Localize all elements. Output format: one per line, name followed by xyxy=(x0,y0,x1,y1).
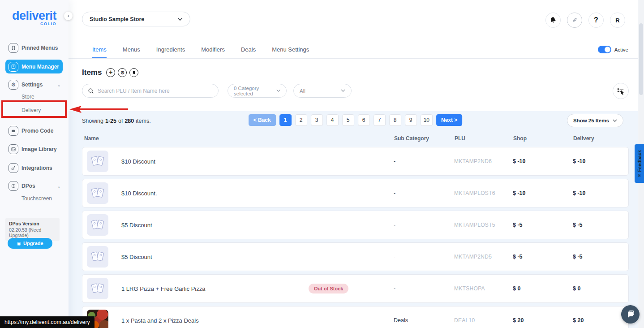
item-shop-price: $ -5 xyxy=(513,254,573,260)
store-selector-value: Studio Sample Store xyxy=(90,16,144,22)
dpos-version-box: DPos Version 02.20.53 (Need Upgrade) xyxy=(5,218,60,241)
sidebar-item-store[interactable]: Store xyxy=(21,92,34,102)
store-selector-dropdown[interactable]: Studio Sample Store xyxy=(82,12,190,26)
tab-menu-settings[interactable]: Menu Settings xyxy=(272,40,309,58)
tab-items[interactable]: Items xyxy=(92,40,107,58)
table-body: $10 Discount - MKTAMP2ND6 $ -10 $ -10 $1… xyxy=(82,147,629,328)
help-icon[interactable]: ? xyxy=(588,13,604,28)
sidebar-item-dpos[interactable]: DPos ⌄ xyxy=(9,180,65,192)
sidebar-item-menu-manager[interactable]: Menu Manager xyxy=(5,60,63,73)
table-row[interactable]: $10 Discount - MKTAMP2ND6 $ -10 $ -10 xyxy=(82,147,629,176)
item-subcategory: - xyxy=(394,254,454,260)
items-settings-icon[interactable]: ⚙ xyxy=(118,68,127,77)
table-row[interactable]: $5 Discount - MKTAMP2ND5 $ -5 $ -5 xyxy=(82,242,629,271)
item-plu: MKTAMPLOST6 xyxy=(454,190,513,196)
page-button-2[interactable]: 2 xyxy=(295,114,307,126)
tabs-bar: Items Menus Ingredients Modifiers Deals … xyxy=(69,40,638,59)
item-subcategory: - xyxy=(394,190,454,196)
sidebar-item-image-library[interactable]: Image Library xyxy=(9,143,65,155)
item-plu: MKTAMP2ND6 xyxy=(454,158,513,164)
sidebar-collapse-button[interactable]: ‹ xyxy=(64,12,73,20)
item-subcategory: - xyxy=(394,222,454,228)
tab-menus[interactable]: Menus xyxy=(123,40,140,58)
sidebar-item-delivery[interactable]: Delivery xyxy=(21,105,41,115)
item-delivery-price: $ 20 xyxy=(573,317,628,324)
pagination-back-button[interactable]: < Back xyxy=(249,114,276,126)
sidebar-item-integrations[interactable]: Integrations xyxy=(9,162,65,174)
page-button-10[interactable]: 10 xyxy=(421,114,433,126)
active-toggle[interactable] xyxy=(598,46,611,53)
bulk-select-icon[interactable] xyxy=(613,83,629,99)
add-item-icon[interactable]: + xyxy=(106,68,115,77)
bookmark-icon xyxy=(9,43,18,53)
upgrade-button[interactable]: ◉ Upgrade xyxy=(8,238,52,249)
item-shop-price: $ 20 xyxy=(513,317,573,324)
table-header: Name Sub Category PLU Shop Delivery xyxy=(82,129,629,147)
item-shop-price: $ -10 xyxy=(513,158,573,164)
type-filter-dropdown[interactable]: All xyxy=(293,84,352,98)
chevron-down-icon xyxy=(276,89,280,92)
page-size-dropdown[interactable]: Show 25 Items xyxy=(567,114,623,127)
whats-new-rocket-icon[interactable] xyxy=(567,13,582,28)
item-subcategory: - xyxy=(394,285,454,292)
chat-widget-button[interactable] xyxy=(621,305,640,324)
table-row[interactable]: $10 Discount. - MKTAMPLOST6 $ -10 $ -10 xyxy=(82,179,629,207)
page-button-7[interactable]: 7 xyxy=(374,114,386,126)
sidebar-item-label: Menu Manager xyxy=(21,64,59,70)
toggle-knob xyxy=(605,47,610,52)
column-sub-category: Sub Category xyxy=(394,135,455,142)
item-delivery-price: $ -5 xyxy=(573,254,628,260)
page-button-5[interactable]: 5 xyxy=(342,114,354,126)
item-name: 1 x Pasta and 2 x Pizza Deals xyxy=(115,317,394,324)
search-input[interactable] xyxy=(98,88,213,94)
promo-card-icon xyxy=(9,126,18,136)
sidebar-item-pinned-menus[interactable]: Pinned Menus xyxy=(9,42,65,54)
chevron-down-icon xyxy=(341,89,345,92)
scrollbar-thumb[interactable] xyxy=(639,23,643,95)
page-size-value: Show 25 Items xyxy=(573,118,609,123)
search-icon xyxy=(88,88,94,94)
table-row[interactable]: 1 x Pasta and 2 x Pizza Deals Deals DEAL… xyxy=(82,306,629,328)
item-name: $10 Discount xyxy=(115,158,394,165)
page-button-4[interactable]: 4 xyxy=(326,114,339,126)
items-bookmark-icon[interactable] xyxy=(129,68,138,77)
tab-modifiers[interactable]: Modifiers xyxy=(201,40,225,58)
page-button-3[interactable]: 3 xyxy=(311,114,323,126)
page-button-1[interactable]: 1 xyxy=(279,114,292,126)
pagination-next-button[interactable]: Next > xyxy=(436,114,462,126)
page-button-9[interactable]: 9 xyxy=(405,114,417,126)
avatar[interactable]: R xyxy=(610,13,625,28)
feedback-tab[interactable]: ✉ Feedback xyxy=(635,144,644,183)
sidebar-item-label: DPos xyxy=(21,183,35,189)
item-name: $10 Discount. xyxy=(115,190,394,197)
sidebar-item-label: Settings xyxy=(21,82,43,88)
page-button-6[interactable]: 6 xyxy=(358,114,370,126)
item-delivery-price: $ -10 xyxy=(573,158,628,164)
sidebar-item-touchscreen[interactable]: Touchscreen xyxy=(21,194,52,203)
sidebar-item-promo-code[interactable]: Promo Code xyxy=(9,125,65,137)
sidebar-item-settings[interactable]: ⚙ Settings ⌄ xyxy=(9,79,65,91)
tab-deals[interactable]: Deals xyxy=(241,40,256,58)
column-name: Name xyxy=(82,135,394,142)
chevron-down-icon xyxy=(177,17,183,21)
tab-ingredients[interactable]: Ingredients xyxy=(156,40,185,58)
showing-row: Showing 1-25 of 280 items. < Back 123456… xyxy=(82,113,629,129)
feedback-label: Feedback xyxy=(637,150,642,172)
item-thumbnail xyxy=(87,214,108,236)
active-toggle-wrap: Active xyxy=(598,40,628,59)
integrations-icon xyxy=(9,163,18,173)
filter-row: 0 Category selected All xyxy=(82,84,629,98)
chevron-down-icon: ⌄ xyxy=(57,82,61,87)
notifications-bell-icon[interactable] xyxy=(545,13,561,28)
item-name: $5 Discount xyxy=(115,254,394,260)
chevron-down-icon xyxy=(613,119,617,122)
category-filter-dropdown[interactable]: 0 Category selected xyxy=(228,84,287,98)
logo: deliverit COLIO xyxy=(0,9,69,26)
page-button-8[interactable]: 8 xyxy=(389,114,401,126)
status-bar-url: https://my.deliverit.com.au/delivery xyxy=(0,316,94,328)
column-shop: Shop xyxy=(513,135,573,142)
table-row[interactable]: $5 Discount - MKTAMPLOST5 $ -5 $ -5 xyxy=(82,211,629,239)
active-toggle-label: Active xyxy=(614,47,628,52)
table-row[interactable]: 1 LRG Pizza + Free Garlic Pizza - MKTSHO… xyxy=(82,274,629,303)
item-name: 1 LRG Pizza + Free Garlic Pizza xyxy=(115,285,394,292)
